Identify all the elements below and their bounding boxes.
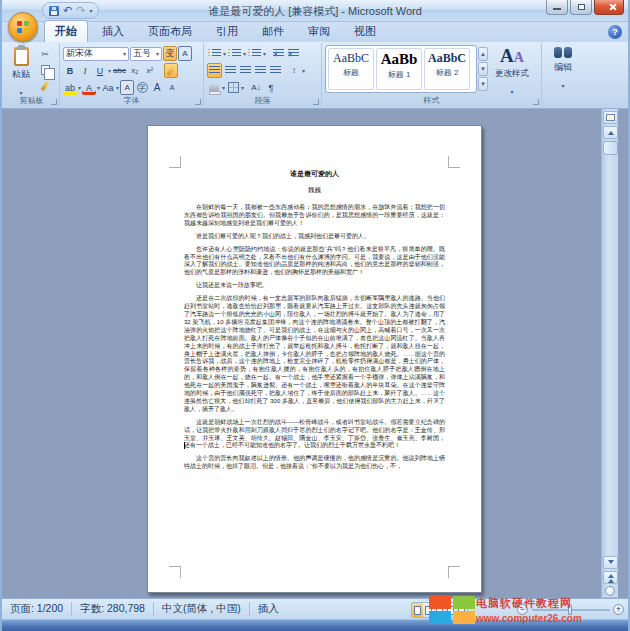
subscript-button[interactable]: x₂ [128, 63, 142, 78]
minimize-button[interactable] [546, 0, 568, 15]
enclose-characters-button[interactable]: 字 [135, 80, 149, 95]
justify-button[interactable] [253, 63, 267, 78]
margin-mark [169, 156, 181, 168]
format-painter-icon [40, 81, 49, 91]
paste-button[interactable]: 粘贴 ▾ [7, 45, 35, 93]
shrink-font-button[interactable]: A [165, 80, 179, 95]
styles-more-icon[interactable]: ▼ [478, 77, 488, 91]
insert-mode-indicator[interactable]: 插入 [250, 602, 287, 616]
close-button[interactable] [594, 0, 624, 15]
multilevel-dropdown-icon[interactable]: ▾ [263, 50, 266, 57]
sort-button[interactable]: A↓ [249, 80, 263, 95]
tab-insert[interactable]: 插入 [92, 21, 134, 42]
line-spacing-button[interactable]: ↕ [287, 63, 301, 78]
scroll-down-button[interactable] [603, 556, 618, 569]
bullets-button[interactable] [207, 46, 222, 61]
bullets-icon [208, 49, 221, 58]
tab-references[interactable]: 引用 [206, 21, 248, 42]
vertical-scrollbar[interactable] [601, 109, 618, 598]
italic-button[interactable]: I [78, 63, 92, 78]
font-size-dropdown-icon: ▾ [156, 50, 159, 57]
tab-review[interactable]: 审阅 [298, 21, 340, 42]
select-browse-object-button[interactable] [605, 586, 615, 596]
document-text[interactable]: 谁是最可爱的人 魏巍 在朝鲜的每一天，我都被一些东西感动着；我的思想感情的潮水，… [184, 169, 445, 476]
change-styles-button[interactable]: AA 更改样式 ▾ [488, 45, 536, 93]
paragraph-dialog-launcher-icon[interactable] [313, 99, 319, 105]
document-page[interactable]: 谁是最可爱的人 魏巍 在朝鲜的每一天，我都被一些东西感动着；我的思想感情的潮水，… [147, 125, 482, 593]
style-card-heading1[interactable]: AaBb 标题 1 [376, 48, 422, 90]
styles-group: AaBbC 标题 AaBb 标题 1 AaBbC 标题 2 ▲ ▼ ▼ AA [322, 43, 542, 107]
multilevel-list-button[interactable] [247, 46, 262, 61]
print-layout-view-button[interactable] [412, 603, 423, 617]
line-spacing-dropdown-icon[interactable]: ▾ [302, 67, 305, 74]
editing-dropdown-icon[interactable]: ▾ [561, 83, 564, 89]
borders-button[interactable] [226, 80, 240, 95]
tab-view[interactable]: 视图 [344, 21, 386, 42]
copy-button[interactable] [36, 63, 54, 77]
underline-button[interactable]: U [93, 63, 107, 78]
editing-group-label: 编辑 [545, 61, 581, 74]
styles-scroll-up-icon[interactable]: ▲ [478, 47, 488, 61]
underline-dropdown-icon[interactable]: ▾ [108, 67, 111, 74]
cut-button[interactable]: ✂ [36, 47, 54, 61]
arrow-down-icon [608, 560, 614, 567]
title-bar: ↶ ↷ ▾ 谁是最可爱的人 [兼容模式] - Microsoft Word [2, 0, 628, 22]
format-painter-button[interactable] [36, 79, 54, 93]
distribute-button[interactable] [268, 63, 282, 78]
watermark-url: www.computer26.com [476, 613, 626, 624]
strikethrough-button[interactable]: abc [112, 63, 127, 78]
phonetic-guide-button[interactable]: 变 [163, 46, 177, 61]
ruler-toggle-button[interactable] [603, 111, 618, 124]
font-name-combo[interactable]: 新宋体▾ [63, 47, 129, 61]
margin-mark [169, 566, 181, 578]
shading-button[interactable] [207, 80, 221, 95]
numbering-dropdown-icon[interactable]: ▾ [243, 50, 246, 57]
change-case-dropdown-icon[interactable]: ▾ [116, 84, 119, 91]
tab-page-layout[interactable]: 页面布局 [138, 21, 202, 42]
highlight-dropdown-icon[interactable]: ▾ [78, 84, 81, 91]
font-size-combo[interactable]: 五号▾ [130, 47, 162, 61]
font-color-dropdown-icon[interactable]: ▾ [97, 84, 100, 91]
word-count[interactable]: 字数: 280,798 [72, 602, 153, 616]
change-case-button[interactable]: Aa [101, 80, 115, 95]
tab-mailings[interactable]: 邮件 [252, 21, 294, 42]
tab-home[interactable]: 开始 [44, 20, 88, 42]
align-left-button[interactable] [207, 63, 222, 78]
office-button[interactable] [8, 12, 38, 42]
bullets-dropdown-icon[interactable]: ▾ [223, 50, 226, 57]
bold-button[interactable]: B [63, 63, 77, 78]
document-paragraph: 这就是朝鲜战场上一次壮烈的战斗——松骨峰战斗，或者叫书堂站战斗。假若需要立纪念碑… [184, 419, 445, 451]
help-icon[interactable]: ? [608, 25, 622, 39]
font-color-button[interactable]: A [82, 80, 96, 95]
numbering-button[interactable] [227, 46, 242, 61]
restore-button[interactable] [570, 0, 592, 15]
grow-font-button[interactable]: A [150, 80, 164, 95]
clear-formatting-button[interactable] [164, 63, 178, 78]
shading-dropdown-icon[interactable]: ▾ [222, 84, 225, 91]
previous-page-button[interactable] [603, 571, 618, 584]
style-card-heading2[interactable]: AaBbC 标题 2 [424, 48, 470, 90]
ruler-icon [606, 114, 615, 121]
styles-dialog-launcher-icon[interactable] [533, 99, 539, 105]
superscript-button[interactable]: x² [143, 63, 157, 78]
watermark-logo-icon [429, 596, 475, 624]
character-border-button[interactable]: A [178, 46, 192, 61]
clipboard-dialog-launcher-icon[interactable] [51, 99, 57, 105]
page-indicator[interactable]: 页面: 1/200 [2, 602, 71, 616]
document-paragraph: 谁是我们最可爱的人呢？我们的战士，我感到他们是最可爱的人。 [184, 233, 445, 241]
editing-group[interactable]: 编辑 ▾ [542, 43, 584, 107]
scrollbar-thumb[interactable] [603, 141, 618, 155]
scroll-up-button[interactable] [603, 126, 618, 139]
show-hide-marks-button[interactable]: ¶ [264, 80, 278, 95]
increase-indent-button[interactable] [286, 46, 300, 61]
language-indicator[interactable]: 中文(简体 , 中国) [154, 602, 249, 616]
borders-dropdown-icon[interactable]: ▾ [241, 84, 244, 91]
highlight-color-button[interactable]: ab [63, 80, 77, 95]
character-shading-button[interactable]: A [120, 80, 134, 95]
font-dialog-launcher-icon[interactable] [195, 99, 201, 105]
styles-scroll-down-icon[interactable]: ▼ [478, 62, 488, 76]
align-center-button[interactable] [223, 63, 237, 78]
align-right-button[interactable] [238, 63, 252, 78]
decrease-indent-button[interactable] [271, 46, 285, 61]
style-card-title[interactable]: AaBbC 标题 [328, 48, 374, 90]
